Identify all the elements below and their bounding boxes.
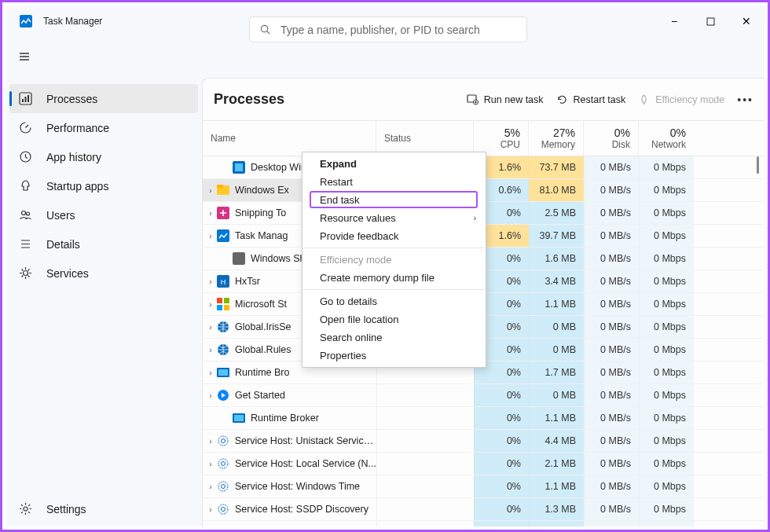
expand-chevron-icon[interactable]: › xyxy=(206,232,215,240)
svg-point-38 xyxy=(218,482,228,491)
context-menu-item-open-file-location[interactable]: Open file location xyxy=(302,310,486,328)
svg-point-9 xyxy=(27,212,30,215)
process-name: Service Host: SSDP Discovery xyxy=(235,504,368,515)
col-name[interactable]: Name xyxy=(203,121,376,156)
context-menu-item-end-task[interactable]: End task xyxy=(302,191,486,209)
col-network[interactable]: 0%Network xyxy=(639,121,694,156)
svg-point-10 xyxy=(24,271,28,276)
search-placeholder: Type a name, publisher, or PID to search xyxy=(280,24,480,36)
sidebar-item-services[interactable]: Services xyxy=(9,259,198,288)
expand-chevron-icon[interactable]: › xyxy=(206,323,215,332)
sidebar-item-performance[interactable]: Performance xyxy=(9,113,198,142)
more-button[interactable]: ••• xyxy=(737,94,754,106)
cpu-cell: 0% xyxy=(474,430,529,452)
expand-chevron-icon[interactable]: › xyxy=(206,482,215,491)
expand-chevron-icon[interactable]: › xyxy=(206,460,215,468)
process-row[interactable]: ›Service Host: Background Inte...0%4.9 M… xyxy=(203,521,764,526)
process-row[interactable]: ›Service Host: SSDP Discovery0%1.3 MB0 M… xyxy=(203,498,764,521)
sidebar-item-processes[interactable]: Processes xyxy=(9,84,198,113)
col-cpu[interactable]: 5%CPU xyxy=(474,121,529,156)
memory-cell: 1.7 MB xyxy=(529,361,584,383)
svg-point-35 xyxy=(221,439,225,443)
context-menu-item-provide-feedback[interactable]: Provide feedback xyxy=(302,227,486,245)
process-row[interactable]: ›Get Started0%0 MB0 MB/s0 Mbps xyxy=(203,384,764,407)
run-icon xyxy=(467,94,478,105)
expand-chevron-icon[interactable]: › xyxy=(206,300,215,309)
expand-chevron-icon[interactable]: › xyxy=(206,391,215,400)
maximize-button[interactable] xyxy=(692,6,728,37)
efficiency-icon xyxy=(638,94,650,105)
process-name: Windows Sh xyxy=(251,253,305,264)
network-cell: 0 Mbps xyxy=(639,384,694,406)
process-icon xyxy=(217,343,229,356)
search-icon xyxy=(259,24,271,35)
sidebar-item-users[interactable]: Users xyxy=(9,200,198,229)
app-icon xyxy=(20,15,32,28)
sidebar-item-settings[interactable]: Settings xyxy=(9,494,198,523)
search-input[interactable]: Type a name, publisher, or PID to search xyxy=(249,17,527,42)
process-row[interactable]: ›Service Host: Windows Time0%1.1 MB0 MB/… xyxy=(203,475,764,498)
memory-cell: 2.5 MB xyxy=(529,202,584,224)
disk-cell: 0 MB/s xyxy=(584,248,639,270)
expand-chevron-icon[interactable]: › xyxy=(206,277,215,286)
restart-task-button[interactable]: Restart task xyxy=(556,94,626,105)
context-menu-item-resource-values[interactable]: Resource values› xyxy=(302,209,486,227)
network-cell: 0 Mbps xyxy=(639,361,694,383)
context-menu-item-expand[interactable]: Expand xyxy=(302,155,486,173)
process-icon xyxy=(217,321,229,333)
process-row[interactable]: ›Runtime Broker0%1.1 MB0 MB/s0 Mbps xyxy=(203,407,764,430)
svg-rect-17 xyxy=(217,185,223,188)
expand-chevron-icon[interactable]: › xyxy=(206,346,215,354)
process-icon xyxy=(217,207,229,219)
svg-point-36 xyxy=(218,459,228,468)
process-row[interactable]: ›Service Host: Local Service (N...0%2.1 … xyxy=(203,453,764,475)
expand-chevron-icon[interactable]: › xyxy=(206,209,215,218)
sidebar-item-details[interactable]: Details xyxy=(9,229,198,259)
svg-rect-25 xyxy=(217,305,222,310)
svg-rect-33 xyxy=(234,415,244,421)
memory-cell: 1.1 MB xyxy=(529,407,584,429)
context-menu-item-search-online[interactable]: Search online xyxy=(302,328,486,347)
sidebar-item-apphistory[interactable]: App history xyxy=(9,142,198,171)
svg-point-8 xyxy=(22,211,26,215)
process-icon xyxy=(217,435,229,447)
run-new-task-button[interactable]: Run new task xyxy=(467,94,544,105)
context-menu-item-properties[interactable]: Properties xyxy=(302,347,486,365)
expand-chevron-icon[interactable]: › xyxy=(206,505,215,514)
apphistory-icon xyxy=(19,150,32,163)
process-row[interactable]: ›Service Host: Unistack Service ...0%4.4… xyxy=(203,430,764,453)
col-disk[interactable]: 0%Disk xyxy=(584,121,639,156)
close-button[interactable]: ✕ xyxy=(728,6,764,37)
sidebar: Processes Performance App history Startu… xyxy=(6,76,202,526)
startup-icon xyxy=(19,179,32,193)
hamburger-button[interactable] xyxy=(6,50,43,63)
network-cell: 0 Mbps xyxy=(639,498,694,520)
col-memory[interactable]: 27%Memory xyxy=(529,121,584,156)
minimize-button[interactable]: − xyxy=(656,6,692,37)
expand-chevron-icon[interactable]: › xyxy=(206,369,215,377)
process-icon xyxy=(217,184,229,196)
context-menu-item-go-to-details[interactable]: Go to details xyxy=(302,292,486,310)
col-status[interactable]: Status xyxy=(376,121,474,156)
process-name: Service Host: Unistack Service ... xyxy=(235,435,376,446)
scrollbar-thumb[interactable] xyxy=(757,156,759,174)
disk-cell: 0 MB/s xyxy=(584,316,639,338)
expand-chevron-icon[interactable]: › xyxy=(206,437,215,446)
network-cell: 0 Mbps xyxy=(639,202,694,224)
scrollbar[interactable] xyxy=(752,156,764,526)
process-name: Runtime Bro xyxy=(235,367,289,378)
sidebar-item-startup[interactable]: Startup apps xyxy=(9,171,198,200)
process-name: Service Host: Windows Time xyxy=(235,481,360,492)
disk-cell: 0 MB/s xyxy=(584,430,639,452)
expand-chevron-icon[interactable]: › xyxy=(206,186,215,195)
context-menu-item-restart[interactable]: Restart xyxy=(302,173,486,191)
toolbar: Processes Run new task Restart task Effi… xyxy=(203,79,764,120)
process-icon xyxy=(217,229,229,242)
processes-icon xyxy=(19,92,32,105)
context-menu-item-create-memory-dump-file[interactable]: Create memory dump file xyxy=(302,269,486,287)
window-title: Task Manager xyxy=(43,16,102,27)
process-name: Windows Ex xyxy=(235,185,289,196)
svg-rect-6 xyxy=(28,95,29,102)
process-icon xyxy=(233,412,245,424)
network-cell: 0 Mbps xyxy=(639,453,694,475)
